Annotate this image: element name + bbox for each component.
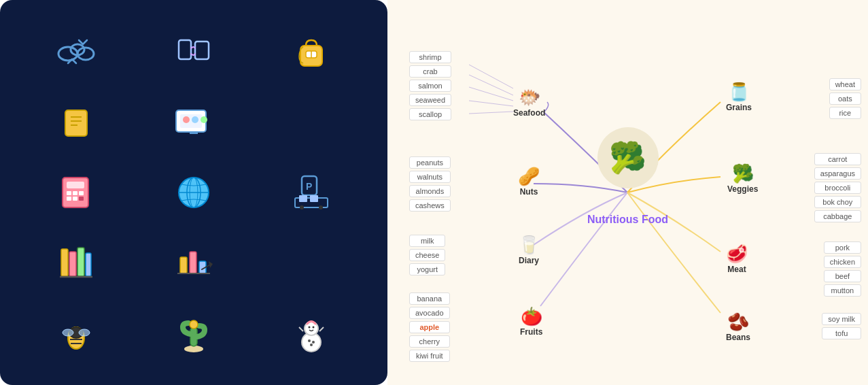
diary-items: milk cheese yogurt [409, 235, 445, 275]
svg-point-52 [79, 329, 90, 336]
icon-notepad [20, 90, 131, 154]
svg-point-58 [309, 327, 311, 329]
svg-line-67 [469, 87, 513, 101]
diary-label: Diary [519, 256, 539, 265]
svg-rect-33 [299, 195, 307, 202]
item-seaweed: seaweed [409, 94, 451, 106]
svg-point-55 [190, 320, 198, 329]
svg-rect-42 [180, 257, 187, 273]
item-cherry: cherry [409, 335, 450, 348]
item-broccoli: broccoli [814, 182, 861, 194]
icon-empty-2 [256, 231, 367, 295]
svg-rect-21 [73, 191, 77, 195]
svg-point-14 [183, 116, 190, 123]
item-chicken: chicken [824, 256, 861, 268]
item-soy-milk: soy milk [822, 313, 861, 325]
fruits-icon: 🍅 [521, 306, 542, 327]
svg-rect-37 [61, 249, 68, 276]
beans-label: Beans [726, 333, 750, 342]
diary-icon: 🥛 [518, 235, 540, 256]
veggies-label: Veggies [727, 184, 758, 194]
icon-cactus [138, 301, 249, 365]
item-salmon: salmon [409, 80, 451, 92]
right-panel: 🥦 Nutritious Food 🐡 Seafood shrimp crab … [387, 0, 868, 385]
svg-rect-8 [65, 110, 87, 136]
item-milk: milk [409, 235, 445, 247]
svg-point-62 [308, 339, 311, 342]
item-cashews: cashews [409, 199, 451, 212]
svg-line-69 [469, 112, 513, 114]
item-mutton: mutton [824, 284, 861, 297]
svg-rect-43 [190, 252, 196, 273]
svg-rect-22 [79, 191, 84, 195]
icon-bookshelf [20, 231, 131, 295]
fruits-label: Fruits [520, 327, 542, 337]
item-beef: beef [824, 270, 861, 282]
svg-line-66 [469, 75, 513, 95]
item-kiwi: kiwi fruit [409, 350, 450, 362]
icon-cloud-sync [20, 20, 131, 84]
icon-phone-sync [138, 20, 249, 84]
svg-point-63 [312, 341, 315, 344]
svg-point-36 [319, 205, 323, 210]
svg-rect-3 [179, 40, 191, 59]
item-crab: crab [409, 65, 451, 78]
branch-nuts: 🥜 Nuts [518, 166, 540, 197]
icon-bee [20, 301, 131, 365]
svg-rect-25 [79, 197, 84, 201]
left-panel: P [0, 0, 387, 385]
svg-text:P: P [306, 181, 312, 192]
svg-rect-23 [67, 197, 71, 201]
veggies-items: carrot asparagus broccoli bok choy cabba… [814, 153, 861, 222]
item-bok-choy: bok choy [814, 196, 861, 208]
icon-globe [138, 161, 249, 224]
nuts-label: Nuts [520, 187, 538, 197]
veggies-icon: 🥦 [732, 163, 754, 184]
meat-items: pork chicken beef mutton [824, 241, 861, 297]
item-oats: oats [829, 93, 861, 105]
icon-bar-chart [138, 231, 249, 295]
grains-icon: 🫙 [728, 82, 750, 103]
item-cabbage: cabbage [814, 210, 861, 222]
item-carrot: carrot [814, 153, 861, 165]
seafood-label: Seafood [513, 108, 545, 118]
icon-backpack [256, 20, 367, 84]
svg-rect-4 [195, 41, 209, 59]
item-avocado: avocado [409, 307, 450, 319]
branch-veggies: 🥦 Veggies [727, 163, 758, 194]
item-rice: rice [829, 107, 861, 119]
nuts-icon: 🥜 [518, 166, 540, 187]
svg-point-51 [63, 329, 73, 336]
seafood-icon: 🐡 [519, 87, 540, 108]
svg-rect-19 [67, 182, 84, 188]
svg-rect-40 [86, 253, 91, 276]
item-peanuts: peanuts [409, 156, 451, 169]
svg-point-64 [310, 344, 313, 346]
svg-line-65 [469, 65, 513, 88]
center-label: Nutritious Food [587, 214, 668, 226]
meat-icon: 🥩 [726, 244, 748, 265]
svg-point-35 [300, 205, 304, 210]
branch-grains: 🫙 Grains [726, 82, 752, 112]
svg-line-61 [319, 327, 324, 331]
item-yogurt: yogurt [409, 263, 445, 275]
svg-rect-39 [77, 248, 84, 276]
svg-rect-20 [67, 191, 71, 195]
svg-point-16 [201, 116, 207, 123]
meat-label: Meat [727, 265, 746, 274]
item-almonds: almonds [409, 185, 451, 197]
branch-meat: 🥩 Meat [726, 244, 748, 274]
item-apple: apple [409, 321, 450, 333]
branch-fruits: 🍅 Fruits [520, 306, 542, 337]
svg-line-68 [469, 101, 513, 106]
item-shrimp: shrimp [409, 51, 451, 63]
svg-rect-34 [310, 195, 318, 202]
grains-items: wheat oats rice [829, 78, 861, 119]
item-wheat: wheat [829, 78, 861, 90]
svg-rect-24 [73, 197, 77, 201]
fruits-items: banana avocado apple cherry kiwi fruit [409, 292, 450, 362]
svg-line-60 [299, 327, 303, 331]
icon-parking-car: P [256, 161, 367, 224]
branch-beans: 🫘 Beans [726, 312, 750, 342]
beans-icon: 🫘 [727, 312, 749, 333]
